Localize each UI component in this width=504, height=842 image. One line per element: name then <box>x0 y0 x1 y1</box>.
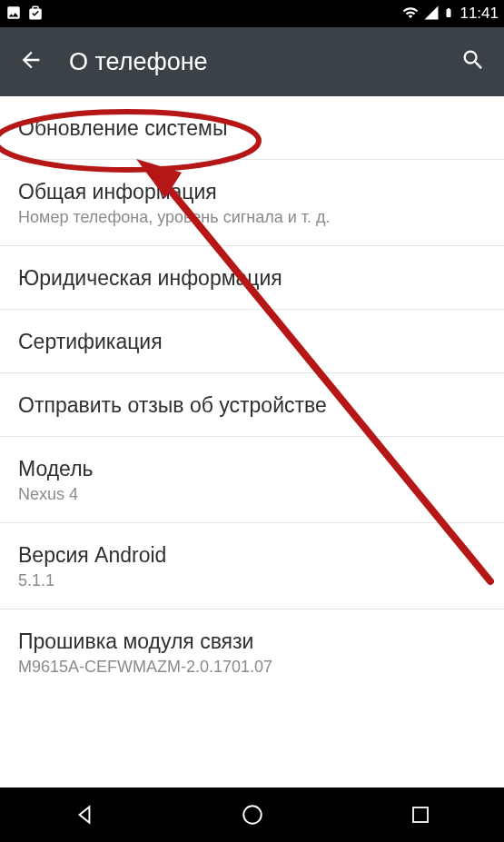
item-title: Модель <box>18 457 486 481</box>
nav-home-button[interactable] <box>225 788 280 842</box>
send-feedback-item[interactable]: Отправить отзыв об устройстве <box>0 373 504 437</box>
general-info-item[interactable]: Общая информация Номер телефона, уровень… <box>0 160 504 246</box>
nav-recent-button[interactable] <box>393 788 448 842</box>
page-title: О телефоне <box>69 48 208 76</box>
item-title: Обновление системы <box>18 116 486 141</box>
wifi-icon <box>401 5 420 24</box>
model-item[interactable]: Модель Nexus 4 <box>0 437 504 523</box>
app-bar: О телефоне <box>0 27 504 96</box>
android-version-item[interactable]: Версия Android 5.1.1 <box>0 523 504 609</box>
settings-list: Обновление системы Общая информация Номе… <box>0 96 504 695</box>
item-title: Версия Android <box>18 543 486 568</box>
item-title: Юридическая информация <box>18 266 486 291</box>
item-subtitle: Nexus 4 <box>18 485 486 504</box>
item-subtitle: M9615A-CEFWMAZM-2.0.1701.07 <box>18 658 486 677</box>
image-icon <box>5 5 22 24</box>
signal-icon <box>423 5 440 24</box>
navigation-bar <box>0 788 504 842</box>
nav-back-button[interactable] <box>57 788 112 842</box>
system-update-item[interactable]: Обновление системы <box>0 96 504 160</box>
item-subtitle: Номер телефона, уровень сигнала и т. д. <box>18 208 486 227</box>
item-title: Сертификация <box>18 330 486 354</box>
shop-check-icon <box>27 5 44 24</box>
item-title: Прошивка модуля связи <box>18 629 486 654</box>
item-title: Общая информация <box>18 180 486 204</box>
search-icon[interactable] <box>460 47 486 76</box>
status-bar: 11:41 <box>0 0 504 27</box>
baseband-item[interactable]: Прошивка модуля связи M9615A-CEFWMAZM-2.… <box>0 609 504 695</box>
svg-rect-1 <box>413 807 428 822</box>
battery-icon <box>443 5 454 24</box>
item-subtitle: 5.1.1 <box>18 571 486 590</box>
certification-item[interactable]: Сертификация <box>0 310 504 373</box>
status-right: 11:41 <box>401 5 499 24</box>
svg-point-0 <box>243 806 262 824</box>
status-left <box>5 5 44 24</box>
legal-info-item[interactable]: Юридическая информация <box>0 246 504 310</box>
back-icon[interactable] <box>18 47 44 76</box>
status-time: 11:41 <box>460 5 499 23</box>
item-title: Отправить отзыв об устройстве <box>18 393 486 418</box>
